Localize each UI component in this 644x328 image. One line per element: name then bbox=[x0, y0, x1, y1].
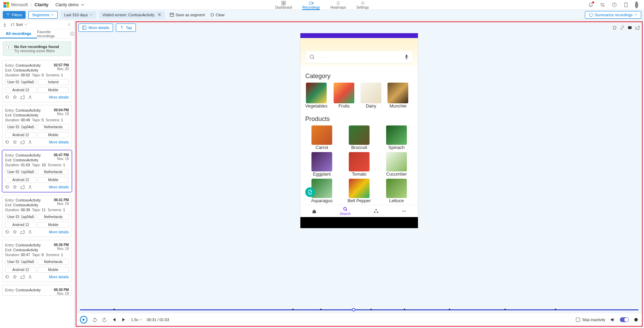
skip-inactivity[interactable]: Skip inactivity bbox=[576, 318, 605, 322]
timeline-knob[interactable] bbox=[352, 308, 355, 311]
more-details-link[interactable]: More details bbox=[49, 185, 69, 189]
person-icon[interactable] bbox=[28, 185, 32, 189]
recording-card[interactable]: 06:47 PMNov. 19Entry: ContosoActivityExi… bbox=[2, 150, 72, 192]
more-details-link[interactable]: More details bbox=[49, 140, 69, 144]
segments-button[interactable]: Segments bbox=[28, 11, 58, 19]
more-details-link[interactable]: More details bbox=[49, 95, 69, 99]
save-segment-button[interactable]: Save as segment bbox=[170, 13, 205, 17]
refresh-icon[interactable] bbox=[5, 95, 9, 99]
timeline-event-mark[interactable]: ▾ bbox=[555, 308, 557, 311]
play-button[interactable] bbox=[80, 316, 87, 324]
category-item[interactable]: Fruits bbox=[334, 83, 354, 109]
toggle-switch[interactable] bbox=[620, 317, 629, 322]
sync-fab[interactable] bbox=[305, 187, 315, 197]
clear-button[interactable]: Clear bbox=[210, 13, 225, 17]
recording-card[interactable]: 06:36 PMNov. 19Entry: ContosoActivityExi… bbox=[2, 240, 72, 282]
person-icon[interactable] bbox=[28, 140, 32, 144]
product-item[interactable]: Carrot bbox=[305, 125, 338, 150]
mic-icon[interactable] bbox=[404, 54, 409, 60]
help-icon[interactable] bbox=[612, 2, 617, 8]
timeline[interactable]: ▾▾▾▾▾▾▾▾ bbox=[80, 307, 638, 313]
more-details-link[interactable]: More details bbox=[49, 275, 69, 279]
volume-icon[interactable] bbox=[610, 317, 615, 322]
nav-categories[interactable] bbox=[374, 209, 379, 214]
refresh-icon[interactable] bbox=[5, 185, 9, 189]
product-item[interactable]: Lettuce bbox=[380, 179, 413, 203]
share-icon[interactable] bbox=[20, 95, 25, 99]
star-icon[interactable] bbox=[13, 275, 17, 279]
product-item[interactable]: Broccoli bbox=[343, 125, 376, 150]
category-item[interactable]: Vegetables bbox=[305, 83, 327, 109]
refresh-icon[interactable] bbox=[5, 230, 9, 234]
filters-button[interactable]: Filters bbox=[3, 11, 26, 19]
share-icon[interactable] bbox=[20, 230, 25, 234]
nav-recordings[interactable]: Recordings bbox=[302, 0, 320, 10]
nav-heatmaps[interactable]: Heatmaps bbox=[330, 0, 346, 9]
nav-home[interactable] bbox=[312, 209, 317, 214]
next-icon[interactable] bbox=[121, 317, 126, 322]
rewind-icon[interactable] bbox=[92, 317, 97, 322]
nav-search[interactable]: Search bbox=[340, 207, 351, 216]
close-icon[interactable]: ✕ bbox=[158, 12, 161, 17]
star-icon[interactable] bbox=[13, 95, 17, 99]
share-icon[interactable] bbox=[635, 25, 640, 30]
product-item[interactable]: Tomato bbox=[343, 152, 376, 177]
nav-more[interactable] bbox=[402, 209, 407, 214]
link-icon[interactable] bbox=[620, 25, 625, 30]
more-details-button[interactable]: More details bbox=[78, 24, 113, 32]
person-icon[interactable] bbox=[28, 230, 32, 234]
nav-dashboard[interactable]: Dashboard bbox=[275, 0, 292, 9]
recording-card[interactable]: 02:57 PMNov. 20Entry: ContosoActivityExi… bbox=[2, 60, 72, 102]
recording-card[interactable]: 06:30 PMNov. 19Entry: ContosoActivity bbox=[2, 285, 72, 296]
tap-button[interactable]: Tap bbox=[116, 24, 136, 32]
share-icon[interactable] bbox=[20, 275, 25, 279]
project-dropdown[interactable]: Clarity demo bbox=[55, 2, 84, 7]
download-icon[interactable] bbox=[3, 22, 7, 27]
timeline-event-mark[interactable]: ▾ bbox=[292, 308, 294, 311]
sort-button[interactable]: Sort bbox=[10, 22, 27, 27]
forward-icon[interactable] bbox=[102, 317, 107, 322]
refresh-icon[interactable] bbox=[5, 140, 9, 144]
recording-card[interactable]: 09:04 PMNov. 19Entry: ContosoActivityExi… bbox=[2, 105, 72, 147]
speed-dropdown[interactable]: 1.5x bbox=[131, 318, 142, 322]
product-item[interactable]: Bell Pepper bbox=[343, 179, 376, 203]
category-item[interactable]: Munchie bbox=[388, 83, 408, 109]
prev-icon[interactable] bbox=[112, 317, 116, 322]
fullscreen-icon[interactable] bbox=[634, 317, 638, 322]
timeline-event-mark[interactable]: ▾ bbox=[113, 308, 115, 311]
category-item[interactable]: Dairy bbox=[361, 83, 381, 109]
recording-card[interactable]: 06:41 PMNov. 19Entry: ContosoActivityExi… bbox=[2, 195, 72, 237]
user-menu[interactable] bbox=[635, 2, 641, 8]
visited-screen-chip[interactable]: Visited screen: ContosoActivity ✕ bbox=[99, 11, 165, 19]
document-icon[interactable] bbox=[623, 2, 629, 8]
share-icon[interactable] bbox=[20, 185, 25, 189]
app-search-box[interactable]: ······ bbox=[306, 51, 412, 63]
notifications-icon[interactable] bbox=[588, 2, 594, 8]
label-icon[interactable] bbox=[627, 25, 632, 30]
share-icon[interactable] bbox=[20, 140, 25, 144]
star-icon[interactable] bbox=[13, 140, 17, 144]
refresh-icon[interactable] bbox=[5, 275, 9, 279]
timeline-event-mark[interactable]: ▾ bbox=[449, 308, 450, 311]
tab-favorite-recordings[interactable]: Favorite recordingsi bbox=[37, 29, 74, 38]
product-item[interactable]: Cucumber bbox=[380, 152, 413, 177]
star-icon[interactable] bbox=[13, 230, 17, 234]
nav-settings[interactable]: Settings bbox=[356, 0, 369, 9]
product-item[interactable]: Eggplant bbox=[305, 152, 338, 177]
timeline-event-mark[interactable]: ▾ bbox=[404, 308, 405, 311]
star-icon[interactable] bbox=[612, 25, 617, 30]
star-icon[interactable] bbox=[13, 185, 17, 189]
person-icon[interactable] bbox=[28, 95, 32, 99]
timeline-event-mark[interactable]: ▾ bbox=[370, 308, 372, 311]
person-icon[interactable] bbox=[28, 275, 32, 279]
timeline-event-mark[interactable]: ▾ bbox=[320, 308, 322, 311]
summarize-button[interactable]: Summarize recordings bbox=[585, 11, 641, 19]
tab-all-recordings[interactable]: All recordings bbox=[0, 29, 37, 38]
date-range-button[interactable]: Last 310 days bbox=[60, 11, 96, 19]
timeline-event-mark[interactable]: ▾ bbox=[504, 308, 506, 311]
recording-list[interactable]: 02:57 PMNov. 20Entry: ContosoActivityExi… bbox=[0, 59, 74, 328]
more-details-link[interactable]: More details bbox=[49, 230, 69, 234]
product-item[interactable]: Spinach bbox=[380, 125, 413, 150]
gift-icon[interactable] bbox=[600, 2, 605, 8]
brand-clarity[interactable]: Clarity bbox=[35, 2, 48, 7]
